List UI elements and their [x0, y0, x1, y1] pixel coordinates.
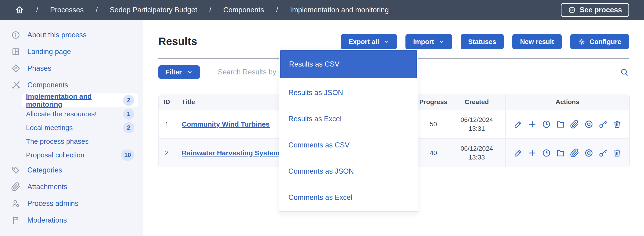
search-button[interactable]: [618, 66, 630, 78]
home-icon[interactable]: [15, 5, 24, 14]
menu-item-results-as-csv[interactable]: Results as CSV: [280, 50, 417, 78]
history-icon[interactable]: [542, 148, 551, 158]
result-title-link[interactable]: Community Wind Turbines: [182, 119, 270, 129]
sidebar-item-moderations[interactable]: Moderations: [0, 212, 143, 228]
folder-icon[interactable]: [556, 148, 565, 158]
breadcrumb-separator: /: [276, 6, 278, 14]
menu-item-comments-as-excel[interactable]: Comments as Excel: [279, 184, 418, 210]
sidebar-item-components[interactable]: Components: [0, 77, 143, 94]
key-icon[interactable]: [598, 148, 608, 158]
configure-button[interactable]: Configure: [570, 34, 629, 50]
chevron-down-icon: [438, 39, 444, 45]
sidebar-item-label: Phases: [27, 64, 51, 72]
column-header-actions: Actions: [505, 94, 630, 110]
sidebar-item-phases[interactable]: Phases: [0, 60, 143, 77]
menu-item-comments-as-json[interactable]: Comments as JSON: [279, 158, 418, 184]
export-dropdown-menu: Results as CSV Results as JSON Results a…: [279, 49, 418, 212]
gear-icon: [578, 38, 585, 46]
sidebar-item-process-admins[interactable]: Process admins: [0, 195, 143, 212]
filter-button[interactable]: Filter: [158, 66, 200, 79]
sidebar-subitem-label: Implementation and monitoring: [26, 92, 123, 108]
add-icon[interactable]: [528, 148, 537, 158]
see-process-label: See process: [580, 6, 622, 14]
preview-icon[interactable]: [584, 120, 594, 129]
export-all-button[interactable]: Export all: [341, 34, 397, 50]
result-progress: 40: [419, 138, 448, 167]
sidebar-subitem-allocate-the-resources[interactable]: Allocate the resources! 1: [22, 107, 138, 121]
flag-icon: [11, 216, 20, 225]
breadcrumb-separator: /: [36, 6, 38, 14]
edit-icon[interactable]: [514, 148, 523, 158]
search-icon: [620, 68, 629, 76]
result-title-link[interactable]: Rainwater Harvesting Systems: [182, 148, 284, 158]
import-label: Import: [413, 38, 434, 46]
breadcrumb: / Processes / Sedep Participatory Budget…: [15, 5, 389, 14]
folder-icon[interactable]: [556, 120, 565, 129]
created-date: 06/12/2024: [460, 116, 493, 123]
sidebar-item-label: Process admins: [27, 199, 78, 208]
created-time: 13:31: [468, 125, 485, 132]
eye-icon: [568, 6, 576, 14]
sidebar-item-categories[interactable]: Categories: [0, 162, 143, 178]
tag-icon: [11, 166, 20, 175]
result-actions: [505, 110, 630, 138]
phases-icon: [11, 64, 20, 73]
sidebar-subitem-the-process-phases[interactable]: The process phases: [22, 134, 138, 148]
breadcrumb-bar: / Processes / Sedep Participatory Budget…: [0, 0, 644, 20]
preview-icon[interactable]: [584, 148, 594, 158]
sidebar-item-label: About this process: [27, 31, 86, 39]
statuses-label: Statuses: [468, 38, 496, 46]
sidebar-item-landing-page[interactable]: Landing page: [0, 43, 143, 60]
delete-icon[interactable]: [612, 148, 622, 158]
created-date: 06/12/2024: [460, 145, 493, 152]
result-created: 06/12/2024 13:31: [448, 110, 505, 138]
breadcrumb-components[interactable]: Components: [223, 6, 264, 14]
chevron-down-icon: [187, 69, 193, 75]
new-result-label: New result: [520, 38, 554, 46]
breadcrumb-process-name[interactable]: Sedep Participatory Budget: [110, 6, 197, 14]
sidebar-subitem-label: Local meetings: [26, 124, 73, 132]
result-id: 1: [158, 110, 175, 138]
column-header-progress: Progress: [419, 94, 448, 110]
breadcrumb-processes[interactable]: Processes: [50, 6, 84, 14]
configure-label: Configure: [590, 38, 621, 46]
attachment-icon[interactable]: [570, 120, 579, 129]
count-badge: 2: [123, 95, 134, 106]
user-gear-icon: [11, 199, 20, 208]
result-progress: 50: [419, 110, 448, 138]
sidebar-item-label: Components: [27, 81, 68, 89]
sidebar-item-attachments[interactable]: Attachments: [0, 178, 143, 195]
key-icon[interactable]: [598, 120, 608, 129]
add-icon[interactable]: [528, 120, 537, 129]
sidebar-item-label: Categories: [27, 166, 62, 174]
new-result-button[interactable]: New result: [512, 34, 562, 50]
result-created: 06/12/2024 13:33: [448, 138, 505, 167]
result-actions: [505, 138, 630, 167]
paperclip-icon: [11, 182, 20, 192]
menu-item-results-as-excel[interactable]: Results as Excel: [279, 106, 418, 132]
page-title: Results: [158, 35, 197, 48]
import-button[interactable]: Import: [406, 34, 452, 50]
process-sidebar: About this process Landing page Phases C…: [0, 20, 143, 236]
edit-icon[interactable]: [514, 120, 523, 129]
count-badge: 10: [121, 150, 134, 161]
statuses-button[interactable]: Statuses: [461, 34, 504, 50]
sidebar-subitem-proposal-collection[interactable]: Proposal collection 10: [22, 148, 138, 162]
menu-item-comments-as-csv[interactable]: Comments as CSV: [279, 132, 418, 158]
menu-item-results-as-json[interactable]: Results as JSON: [279, 80, 418, 106]
count-badge: 2: [123, 122, 134, 133]
sidebar-subitem-implementation-and-monitoring[interactable]: Implementation and monitoring 2: [22, 94, 138, 107]
breadcrumb-separator: /: [209, 6, 211, 14]
see-process-button[interactable]: See process: [561, 3, 629, 17]
sidebar-subitem-local-meetings[interactable]: Local meetings 2: [22, 121, 138, 134]
sidebar-item-about[interactable]: About this process: [0, 27, 143, 43]
attachment-icon[interactable]: [570, 148, 579, 158]
sidebar-subitem-label: Allocate the resources!: [26, 110, 97, 118]
delete-icon[interactable]: [612, 120, 622, 129]
breadcrumb-current-component[interactable]: Implementation and monitoring: [290, 6, 389, 14]
filter-label: Filter: [165, 68, 182, 76]
sidebar-item-label: Landing page: [27, 48, 71, 56]
column-header-id: ID: [158, 94, 175, 110]
history-icon[interactable]: [542, 120, 551, 129]
results-toolbar: Export all Import Statuses New result Co…: [341, 34, 629, 50]
